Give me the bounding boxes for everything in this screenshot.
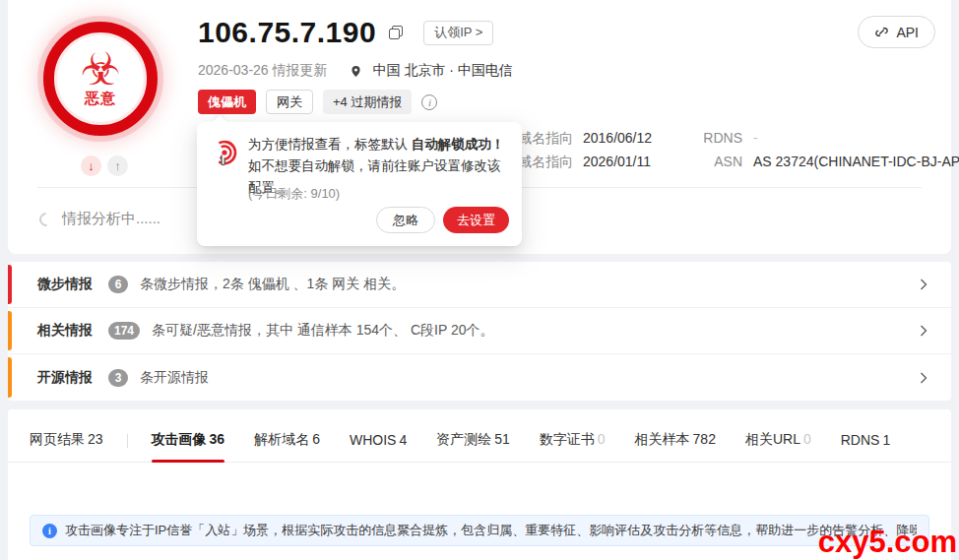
vote-down-button[interactable]: ↓ — [81, 156, 101, 176]
title-row: 106.75.7.190 认领IP > — [198, 16, 493, 49]
chevron-right-icon — [918, 372, 929, 384]
tab-web-results[interactable]: 网页结果23 — [30, 431, 103, 462]
verdict-badge: ☣ 恶意 — [43, 22, 158, 136]
tab-related-samples[interactable]: 相关样本782 — [635, 431, 716, 462]
vote-up-button[interactable]: ↑ — [107, 156, 128, 176]
page-title-ip: 106.75.7.190 — [198, 16, 376, 49]
intel-summary-card: 微步情报 6 条微步情报，2条 傀儡机 、1条 网关 相关。 相关情报 174 … — [8, 262, 951, 401]
analyzing-row: 情报分析中...... — [39, 210, 160, 228]
domain-point-label-1: 域名指向 — [518, 130, 573, 148]
api-button-label: API — [896, 25, 919, 40]
tag-puppet-machine[interactable]: 傀儡机 — [198, 90, 256, 114]
copy-icon[interactable] — [389, 26, 404, 40]
tab-rdns[interactable]: RDNS1 — [841, 432, 890, 461]
intel-row-opensource[interactable]: 开源情报 3 条开源情报 — [8, 354, 951, 401]
asn-label: ASN — [687, 154, 742, 169]
meta-row: 2026-03-26 情报更新 中国 北京市 · 中国电信 — [198, 62, 513, 80]
click-unlock-icon — [210, 139, 241, 170]
tab-count: 1 — [882, 432, 890, 448]
verdict-label: 恶意 — [85, 90, 116, 108]
popup-line1-prefix: 为方便情报查看，标签默认 — [248, 137, 412, 152]
tab-count: 0 — [598, 431, 606, 447]
tab-count: 23 — [88, 431, 103, 447]
auto-unlock-popup: 为方便情报查看，标签默认 自动解锁成功！ 如不想要自动解锁，请前往账户设置修改该… — [197, 122, 522, 246]
analyzing-text: 情报分析中...... — [62, 210, 160, 228]
banner-text: 攻击画像专注于IP信誉「入站」场景，根据实际攻击的信息聚合提炼，包含归属、重要特… — [65, 522, 917, 539]
intel-row-title: 相关情报 — [37, 322, 108, 340]
api-plug-icon — [874, 25, 889, 39]
intel-row-title: 开源情报 — [37, 369, 108, 387]
claim-ip-button[interactable]: 认领IP > — [423, 21, 493, 45]
tag-gateway[interactable]: 网关 — [266, 90, 313, 114]
tag-expired-intel[interactable]: +4 过期情报 — [323, 90, 412, 114]
tab-related-urls[interactable]: 相关URL0 — [745, 431, 811, 462]
count-badge: 6 — [108, 276, 128, 293]
tab-count: 782 — [693, 431, 716, 447]
tab-whois[interactable]: WHOIS4 — [350, 432, 407, 461]
tab-count: 51 — [494, 431, 510, 447]
rdns-label: RDNS — [687, 130, 742, 146]
tab-count: 0 — [803, 431, 811, 447]
intel-row-threatbook[interactable]: 微步情报 6 条微步情报，2条 傀儡机 、1条 网关 相关。 — [8, 262, 951, 308]
chevron-right-icon — [918, 279, 929, 290]
tab-count: 4 — [399, 432, 407, 448]
tab-divider — [127, 434, 128, 448]
popup-line1-bold: 自动解锁成功！ — [412, 137, 505, 152]
tab-attack-profile[interactable]: 攻击画像36 — [152, 431, 225, 462]
tags-info-icon[interactable]: i — [421, 94, 437, 110]
domain-point-value-2: 2026/01/11 — [583, 154, 651, 169]
count-badge: 3 — [108, 369, 128, 387]
vote-row: ↓ ↑ — [81, 156, 128, 176]
detail-tabs-card: 网页结果23 攻击画像36 解析域名6 WHOIS4 资产测绘51 数字证书0 … — [8, 409, 951, 560]
intel-row-description: 条可疑/恶意情报，其中 通信样本 154个、 C段IP 20个。 — [152, 322, 918, 340]
domain-point-label-2: 域名指向 — [518, 154, 573, 171]
tab-count: 36 — [210, 431, 225, 447]
attack-profile-banner: i 攻击画像专注于IP信誉「入站」场景，根据实际攻击的信息聚合提炼，包含归属、重… — [30, 515, 929, 546]
geo-separator: · — [449, 62, 454, 78]
count-badge: 174 — [108, 322, 140, 340]
ignore-button[interactable]: 忽略 — [376, 207, 435, 233]
chevron-right-icon — [918, 325, 929, 337]
domain-point-value-1: 2016/06/12 — [583, 130, 652, 146]
tags-row: 傀儡机 网关 +4 过期情报 i — [198, 90, 437, 114]
location-pin-icon — [350, 64, 362, 79]
asn-value: AS 23724(CHINANET-IDC-BJ-AP) — [753, 154, 959, 169]
intel-row-related[interactable]: 相关情报 174 条可疑/恶意情报，其中 通信样本 154个、 C段IP 20个… — [8, 308, 951, 354]
biohazard-icon: ☣ — [80, 46, 120, 92]
intel-row-title: 微步情报 — [37, 276, 108, 293]
rdns-value: - — [753, 130, 758, 146]
tab-asset-mapping[interactable]: 资产测绘51 — [436, 431, 510, 462]
geo-country-city: 中国 北京市 — [373, 62, 446, 78]
geo-isp: 中国电信 — [458, 62, 513, 78]
intel-row-description: 条微步情报，2条 傀儡机 、1条 网关 相关。 — [140, 276, 918, 293]
tab-resolved-domains[interactable]: 解析域名6 — [254, 431, 320, 462]
intel-row-description: 条开源情报 — [140, 369, 918, 387]
loading-spinner-icon — [36, 210, 56, 229]
go-settings-button[interactable]: 去设置 — [443, 207, 509, 233]
tab-count: 6 — [312, 431, 320, 447]
popup-actions: 忽略 去设置 — [376, 207, 509, 233]
tab-certificates[interactable]: 数字证书0 — [540, 431, 606, 462]
geo-location: 中国 北京市 · 中国电信 — [373, 62, 513, 80]
api-button[interactable]: API — [858, 16, 935, 48]
watermark: cxy5.com — [818, 525, 957, 560]
popup-quota: (今日剩余: 9/10) — [248, 185, 340, 203]
tabs-bar: 网页结果23 攻击画像36 解析域名6 WHOIS4 资产测绘51 数字证书0 … — [8, 409, 951, 463]
threat-intel-page: ☣ 恶意 ↓ ↑ 106.75.7.190 认领IP > API 2026-03… — [0, 0, 959, 560]
intel-update-date: 2026-03-26 情报更新 — [198, 62, 328, 80]
info-icon: i — [42, 524, 57, 538]
